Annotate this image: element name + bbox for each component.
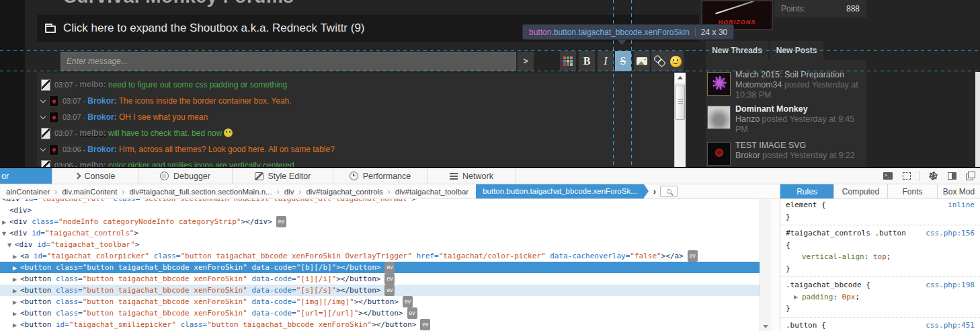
css-declaration[interactable]: ▶padding: 0px;: [780, 291, 980, 303]
tab-debugger[interactable]: Debugger: [138, 168, 233, 184]
markup-line-selected[interactable]: ▶<button class="button taigachat_bbcode …: [0, 262, 760, 273]
thread-avatar[interactable]: [707, 72, 731, 96]
thread-title[interactable]: March 2015: Soil Preparation: [735, 70, 864, 80]
markup-line[interactable]: ▶<button class="button taigachat_bbcode …: [0, 296, 760, 307]
thread-title[interactable]: Dominant Monkey: [735, 104, 864, 114]
expand-arrow-icon[interactable]: ▶: [13, 320, 20, 331]
markup-line[interactable]: ▼<div id="taigachat_controls">: [0, 227, 760, 239]
breadcrumb-item-selected[interactable]: button.button.taigachat_bbcode.xenForoSk…: [476, 184, 644, 198]
markup-line[interactable]: ▶<button class="button taigachat_bbcode …: [0, 273, 760, 285]
tab-performance[interactable]: Performance: [333, 168, 427, 184]
inspector-search-button[interactable]: [660, 186, 678, 197]
breadcrumb-item[interactable]: ainContainer: [1, 188, 54, 196]
expand-arrow-icon[interactable]: ▶: [794, 291, 798, 303]
event-badge[interactable]: ev: [384, 262, 395, 273]
rule-source-link[interactable]: inline: [948, 199, 975, 211]
strikethrough-button[interactable]: S: [615, 51, 631, 71]
thread-author[interactable]: Hanzo: [735, 114, 760, 124]
tab-style-editor[interactable]: Style Editor: [233, 168, 333, 184]
event-badge[interactable]: ev: [688, 250, 698, 262]
expand-arrow-icon[interactable]: ▶: [13, 285, 20, 297]
settings-button[interactable]: [924, 168, 942, 184]
breadcrumb-expand-button[interactable]: ›: [653, 186, 656, 196]
thread-author[interactable]: Motomom34: [735, 80, 782, 89]
event-badge[interactable]: ev: [420, 319, 430, 330]
chat-scrollbar[interactable]: [674, 73, 686, 167]
page-scrollbar[interactable]: [975, 72, 980, 167]
chevron-down-icon[interactable]: [40, 97, 46, 102]
event-badge[interactable]: ev: [407, 307, 417, 319]
avatar[interactable]: [41, 128, 50, 139]
markup-line[interactable]: ▶<a id="taigachat_colorpicker" class="bu…: [0, 250, 760, 262]
rule-source-link[interactable]: css.php:451: [926, 320, 975, 331]
expand-arrow-icon[interactable]: ▼: [7, 240, 15, 251]
breadcrumb-item[interactable]: div#taigachat_toolbar: [391, 188, 473, 196]
send-button[interactable]: >: [518, 52, 534, 71]
bold-button[interactable]: B: [579, 51, 595, 71]
tab-rules[interactable]: Rules: [780, 184, 834, 198]
markup-line[interactable]: ▼<div id="taigachat_toolbar">: [0, 239, 760, 250]
breadcrumb-item[interactable]: div#taigachat_controls: [301, 188, 387, 196]
expand-arrow-icon[interactable]: ▶: [13, 297, 20, 308]
thread-item[interactable]: March 2015: Soil Preparation Motomom34 p…: [735, 70, 864, 100]
css-property-value[interactable]: top: [873, 252, 887, 261]
thread-title[interactable]: TEST IMAGE SVG: [735, 141, 864, 151]
link-button[interactable]: [651, 51, 667, 71]
css-declaration[interactable]: vertical-align: top;: [780, 251, 980, 263]
sidebar-toggle-button[interactable]: [942, 168, 961, 184]
chevron-down-icon[interactable]: [40, 113, 46, 118]
markup-scrollbar[interactable]: [760, 199, 771, 331]
event-badge[interactable]: ev: [384, 285, 395, 296]
scroll-up-button[interactable]: [675, 73, 686, 83]
expand-arrow-icon[interactable]: ▼: [2, 228, 9, 240]
markup-line[interactable]: <div id="taigachat_full" class="section …: [0, 199, 760, 205]
markup-line-hovered[interactable]: ▶<button class="button taigachat_bbcode …: [0, 285, 760, 296]
css-rule-selector[interactable]: .button {css.php:451: [780, 320, 980, 331]
chevron-down-icon[interactable]: [40, 145, 46, 151]
rule-source-link[interactable]: css.php:198: [926, 279, 975, 291]
smiley-button[interactable]: [667, 51, 684, 71]
tab-network[interactable]: Network: [427, 168, 516, 184]
color-picker-button[interactable]: [560, 51, 576, 71]
split-console-button[interactable]: >_: [879, 168, 897, 184]
event-badge[interactable]: ev: [403, 296, 413, 307]
breadcrumb-item[interactable]: div: [280, 188, 299, 196]
avatar[interactable]: [49, 112, 58, 123]
tab-box-model[interactable]: Box Mod: [938, 184, 980, 198]
thread-author[interactable]: Brokor: [735, 151, 760, 160]
scrollbar-thumb[interactable]: [676, 85, 685, 120]
css-property-name[interactable]: vertical-align: [802, 252, 864, 261]
markup-line[interactable]: <div>: [0, 205, 760, 216]
css-rule-selector[interactable]: #taigachat_controls .buttoncss.php:156: [780, 227, 980, 240]
expand-arrow-icon[interactable]: ▶: [13, 274, 20, 285]
expand-arrow-icon[interactable]: ▶: [2, 217, 9, 228]
tab-inspector[interactable]: or: [0, 168, 52, 184]
tab-computed[interactable]: Computed: [834, 184, 888, 198]
avatar[interactable]: [49, 96, 58, 107]
thread-avatar[interactable]: [707, 142, 731, 166]
rule-source-link[interactable]: css.php:156: [926, 227, 975, 240]
css-property-value[interactable]: 0px: [842, 293, 856, 301]
tab-fonts[interactable]: Fonts: [888, 184, 938, 198]
breadcrumb-item[interactable]: div#taigachat_full.section.sectionMain.n…: [124, 188, 276, 196]
expand-arrow-icon[interactable]: ▶: [13, 262, 20, 274]
thread-item[interactable]: TEST IMAGE SVG Brokor posted Yesterday a…: [735, 141, 864, 161]
breadcrumb-item[interactable]: div.mainContent: [57, 188, 122, 196]
avatar[interactable]: [41, 160, 50, 168]
message-input[interactable]: [60, 52, 516, 71]
responsive-mode-button[interactable]: [897, 168, 916, 184]
expand-arrow-icon[interactable]: ▶: [13, 251, 20, 262]
css-rule-selector[interactable]: .taigachat_bbcode {css.php:198: [780, 279, 980, 291]
css-property-name[interactable]: padding: [802, 293, 833, 301]
expand-arrow-icon[interactable]: ▶: [13, 308, 20, 320]
image-button[interactable]: [634, 51, 650, 71]
thread-item[interactable]: Dominant Monkey Hanzo posted Yesterday a…: [735, 104, 864, 135]
italic-button[interactable]: I: [598, 51, 614, 71]
avatar[interactable]: [49, 144, 58, 155]
markup-line[interactable]: ▶<button id="taigachat_smiliepicker" cla…: [0, 319, 760, 330]
avatar[interactable]: [41, 79, 50, 91]
thread-avatar[interactable]: [707, 106, 731, 129]
detach-window-button[interactable]: [961, 168, 980, 184]
markup-line[interactable]: ▶<div class="nodeInfo categoryNodeInfo c…: [0, 216, 760, 227]
event-badge[interactable]: ev: [276, 216, 286, 227]
